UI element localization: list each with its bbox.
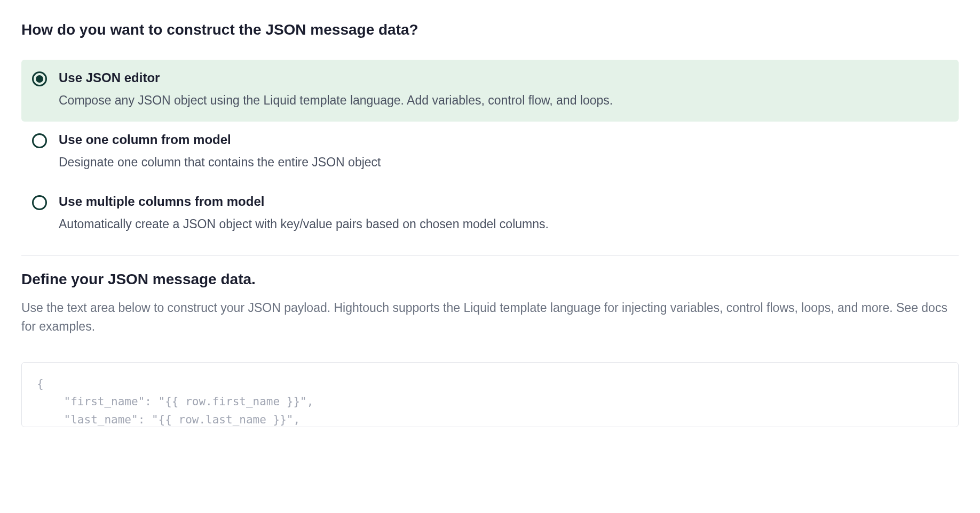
radio-content: Use JSON editor Compose any JSON object …	[59, 70, 613, 109]
radio-option-multiple-columns[interactable]: Use multiple columns from model Automati…	[21, 183, 959, 245]
radio-desc: Compose any JSON object using the Liquid…	[59, 92, 613, 109]
radio-desc: Designate one column that contains the e…	[59, 154, 381, 171]
radio-title: Use JSON editor	[59, 70, 613, 85]
radio-content: Use one column from model Designate one …	[59, 132, 381, 171]
radio-icon	[32, 133, 47, 148]
radio-icon	[32, 195, 47, 210]
define-heading: Define your JSON message data.	[21, 271, 959, 288]
radio-option-json-editor[interactable]: Use JSON editor Compose any JSON object …	[21, 60, 959, 122]
radio-title: Use multiple columns from model	[59, 194, 549, 209]
json-editor-textarea[interactable]: { "first_name": "{{ row.first_name }}", …	[21, 362, 959, 427]
construct-radio-group: Use JSON editor Compose any JSON object …	[21, 60, 959, 246]
define-desc: Use the text area below to construct you…	[21, 299, 959, 336]
construct-question-heading: How do you want to construct the JSON me…	[21, 21, 959, 38]
radio-title: Use one column from model	[59, 132, 381, 147]
radio-icon	[32, 71, 47, 86]
radio-desc: Automatically create a JSON object with …	[59, 215, 549, 233]
radio-option-one-column[interactable]: Use one column from model Designate one …	[21, 122, 959, 183]
section-divider	[21, 255, 959, 256]
radio-content: Use multiple columns from model Automati…	[59, 194, 549, 233]
